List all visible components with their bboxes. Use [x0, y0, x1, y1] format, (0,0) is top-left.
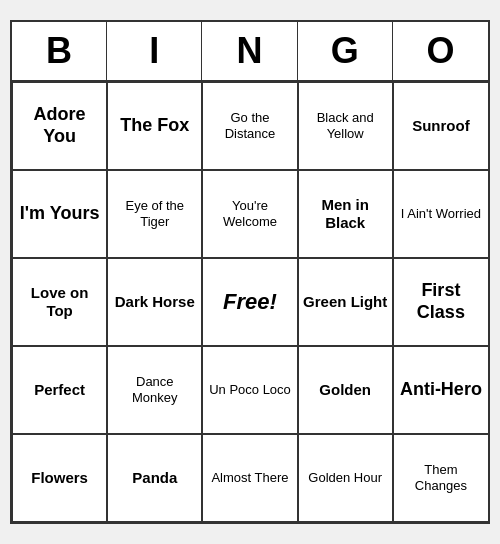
bingo-cell[interactable]: Eye of the Tiger: [107, 170, 202, 258]
cell-label: Golden: [319, 381, 371, 399]
bingo-cell[interactable]: I'm Yours: [12, 170, 107, 258]
cell-label: Green Light: [303, 293, 387, 311]
bingo-cell[interactable]: Go the Distance: [202, 82, 297, 170]
bingo-cell[interactable]: You're Welcome: [202, 170, 297, 258]
cell-label: Men in Black: [303, 196, 388, 232]
cell-label: I Ain't Worried: [401, 206, 481, 222]
header-letter: I: [107, 22, 202, 80]
bingo-cell[interactable]: Dance Monkey: [107, 346, 202, 434]
bingo-cell[interactable]: I Ain't Worried: [393, 170, 488, 258]
header-letter: O: [393, 22, 488, 80]
bingo-cell[interactable]: Green Light: [298, 258, 393, 346]
cell-label: Free!: [223, 289, 277, 315]
bingo-cell[interactable]: Free!: [202, 258, 297, 346]
cell-label: I'm Yours: [20, 203, 100, 225]
bingo-cell[interactable]: Golden: [298, 346, 393, 434]
bingo-cell[interactable]: Sunroof: [393, 82, 488, 170]
cell-label: Panda: [132, 469, 177, 487]
bingo-cell[interactable]: Men in Black: [298, 170, 393, 258]
cell-label: You're Welcome: [207, 198, 292, 229]
cell-label: Golden Hour: [308, 470, 382, 486]
bingo-cell[interactable]: Love on Top: [12, 258, 107, 346]
cell-label: Perfect: [34, 381, 85, 399]
bingo-grid: Adore YouThe FoxGo the DistanceBlack and…: [12, 82, 488, 522]
bingo-cell[interactable]: Dark Horse: [107, 258, 202, 346]
bingo-cell[interactable]: Almost There: [202, 434, 297, 522]
cell-label: Them Changes: [398, 462, 484, 493]
bingo-cell[interactable]: Un Poco Loco: [202, 346, 297, 434]
bingo-cell[interactable]: First Class: [393, 258, 488, 346]
bingo-cell[interactable]: Perfect: [12, 346, 107, 434]
cell-label: Sunroof: [412, 117, 470, 135]
bingo-cell[interactable]: Flowers: [12, 434, 107, 522]
cell-label: Adore You: [17, 104, 102, 147]
bingo-cell[interactable]: The Fox: [107, 82, 202, 170]
cell-label: The Fox: [120, 115, 189, 137]
cell-label: Dance Monkey: [112, 374, 197, 405]
cell-label: Almost There: [211, 470, 288, 486]
bingo-card: BINGO Adore YouThe FoxGo the DistanceBla…: [10, 20, 490, 524]
bingo-cell[interactable]: Them Changes: [393, 434, 488, 522]
cell-label: First Class: [398, 280, 484, 323]
cell-label: Dark Horse: [115, 293, 195, 311]
bingo-cell[interactable]: Adore You: [12, 82, 107, 170]
cell-label: Anti-Hero: [400, 379, 482, 401]
bingo-cell[interactable]: Anti-Hero: [393, 346, 488, 434]
cell-label: Flowers: [31, 469, 88, 487]
header-letter: N: [202, 22, 297, 80]
cell-label: Love on Top: [17, 284, 102, 320]
header-letter: B: [12, 22, 107, 80]
cell-label: Go the Distance: [207, 110, 292, 141]
cell-label: Eye of the Tiger: [112, 198, 197, 229]
bingo-cell[interactable]: Golden Hour: [298, 434, 393, 522]
cell-label: Black and Yellow: [303, 110, 388, 141]
bingo-cell[interactable]: Panda: [107, 434, 202, 522]
bingo-cell[interactable]: Black and Yellow: [298, 82, 393, 170]
header-letter: G: [298, 22, 393, 80]
bingo-header: BINGO: [12, 22, 488, 82]
cell-label: Un Poco Loco: [209, 382, 291, 398]
